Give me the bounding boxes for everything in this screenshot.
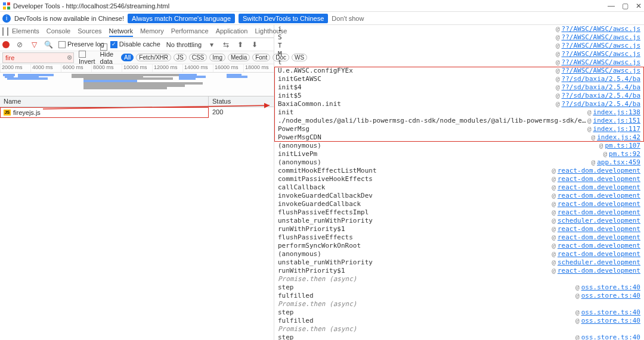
stack-location[interactable]: scheduler.development	[558, 258, 640, 267]
switch-language-button[interactable]: Switch DevTools to Chinese	[239, 14, 328, 23]
resource-row[interactable]: JSfireyejs.js200	[0, 107, 274, 118]
stack-frame[interactable]: S@??/AWSC/AWSC/awsc.js	[274, 33, 644, 42]
stack-location[interactable]: index.js:42	[597, 133, 640, 142]
stack-frame[interactable]: init$5@??/sd/baxia/2.5.4/ba	[274, 92, 644, 100]
stack-frame[interactable]: runWithPriority$1@react-dom.development	[274, 267, 644, 275]
stack-frame[interactable]: (anonymous)@app.tsx:459	[274, 158, 644, 167]
tab-console[interactable]: Console	[47, 26, 70, 37]
stack-frame[interactable]: U.e.AWSC.configFYEx@??/AWSC/AWSC/awsc.js	[274, 67, 644, 75]
stack-frame[interactable]: T@??/AWSC/AWSC/awsc.js	[274, 42, 644, 50]
stack-location[interactable]: react-dom.development	[558, 242, 640, 250]
inspect-icon[interactable]	[2, 27, 4, 36]
stack-frame[interactable]: BaxiaCommon.init@??/sd/baxia/2.5.4/ba	[274, 100, 644, 108]
filter-type-js[interactable]: JS	[174, 54, 187, 61]
stack-frame[interactable]: unstable_runWithPriority@scheduler.devel…	[274, 258, 644, 267]
filter-type-font[interactable]: Font	[252, 54, 270, 61]
filter-type-all[interactable]: All	[121, 54, 134, 61]
tab-elements[interactable]: Elements	[12, 26, 39, 37]
stack-frame[interactable]: Promise.then (async)	[274, 275, 644, 283]
stack-frame[interactable]: flushPassiveEffectsImpl@react-dom.develo…	[274, 208, 644, 217]
stack-location[interactable]: react-dom.development	[558, 250, 640, 258]
stack-frame[interactable]: M@??/AWSC/AWSC/awsc.js	[274, 50, 644, 58]
upload-icon[interactable]: ⬆	[236, 40, 244, 49]
stack-location[interactable]: index.js:138	[593, 108, 640, 117]
stack-location[interactable]: ??/AWSC/AWSC/awsc.js	[562, 67, 640, 75]
filter-type-img[interactable]: Img	[209, 54, 225, 61]
stack-frame[interactable]: fulfilled@oss.store.ts:40	[274, 317, 644, 325]
stack-location[interactable]: scheduler.development	[558, 217, 640, 225]
chevron-down-icon[interactable]: ▾	[208, 40, 216, 49]
stack-frame[interactable]: (anonymous)@react-dom.development	[274, 250, 644, 258]
tab-performance[interactable]: Performance	[171, 26, 209, 37]
stack-frame[interactable]: fulfilled@oss.store.ts:40	[274, 292, 644, 300]
clear-icon[interactable]: ⊘	[16, 40, 24, 49]
column-status-header[interactable]: Status	[209, 96, 274, 107]
stack-frame[interactable]: step@oss.store.ts:40	[274, 308, 644, 317]
stack-location[interactable]: oss.store.ts:40	[581, 308, 640, 317]
stack-frame[interactable]: Promise.then (async)	[274, 325, 644, 333]
stack-location[interactable]: oss.store.ts:40	[581, 333, 640, 340]
filter-type-fetch-xhr[interactable]: Fetch/XHR	[136, 54, 171, 61]
device-icon[interactable]	[7, 27, 8, 36]
stack-location[interactable]: ??/sd/baxia/2.5.4/ba	[562, 92, 640, 100]
stack-location[interactable]: index.js:117	[593, 125, 640, 133]
stack-location[interactable]: ??/sd/baxia/2.5.4/ba	[562, 83, 640, 92]
stack-location[interactable]: index.js:151	[593, 117, 640, 125]
stack-frame[interactable]: init$4@??/sd/baxia/2.5.4/ba	[274, 83, 644, 92]
stack-frame[interactable]: unstable_runWithPriority@scheduler.devel…	[274, 217, 644, 225]
stack-location[interactable]: react-dom.development	[558, 175, 640, 183]
stack-location[interactable]: react-dom.development	[558, 225, 640, 233]
stack-frame[interactable]: i@??/AWSC/AWSC/awsc.js	[274, 25, 644, 33]
match-language-button[interactable]: Always match Chrome's language	[128, 14, 235, 23]
close-icon[interactable]: ✕	[636, 2, 642, 10]
stack-location[interactable]: react-dom.development	[558, 192, 640, 200]
stack-frame[interactable]: t@??/AWSC/AWSC/awsc.js	[274, 58, 644, 67]
stack-location[interactable]: react-dom.development	[558, 200, 640, 208]
stack-frame[interactable]: runWithPriority$1@react-dom.development	[274, 225, 644, 233]
filter-icon[interactable]: ▽	[30, 40, 38, 49]
stack-frame[interactable]: commitPassiveHookEffects@react-dom.devel…	[274, 175, 644, 183]
disable-cache-checkbox[interactable]: Disable cache	[110, 40, 160, 48]
network-timeline[interactable]: 2000 ms4000 ms6000 ms8000 ms10000 ms1200…	[0, 64, 274, 96]
stack-frame[interactable]: invokeGuardedCallback@react-dom.developm…	[274, 200, 644, 208]
stack-frame[interactable]: init@index.js:138	[274, 108, 644, 117]
stack-location[interactable]: ??/AWSC/AWSC/awsc.js	[562, 42, 640, 50]
stack-frame[interactable]: step@oss.store.ts:40	[274, 333, 644, 340]
stack-location[interactable]: ??/AWSC/AWSC/awsc.js	[562, 50, 640, 58]
column-name-header[interactable]: Name	[0, 96, 209, 107]
stack-location[interactable]: react-dom.development	[558, 233, 640, 242]
stack-frame[interactable]: Promise.then (async)	[274, 300, 644, 308]
tab-sources[interactable]: Sources	[78, 26, 101, 37]
stack-frame[interactable]: step@oss.store.ts:40	[274, 283, 644, 292]
tab-memory[interactable]: Memory	[140, 26, 164, 37]
stack-frame[interactable]: (anonymous)@pm.ts:107	[274, 142, 644, 150]
throttling-select[interactable]: No throttling	[166, 41, 202, 48]
stack-location[interactable]: react-dom.development	[558, 167, 640, 175]
stack-frame[interactable]: initGetAWSC@??/sd/baxia/2.5.4/ba	[274, 75, 644, 83]
stack-location[interactable]: react-dom.development	[558, 267, 640, 275]
stack-frame[interactable]: PowerMsg@index.js:117	[274, 125, 644, 133]
stack-frame[interactable]: callCallback@react-dom.development	[274, 183, 644, 192]
stack-location[interactable]: ??/AWSC/AWSC/awsc.js	[562, 58, 640, 67]
stack-frame[interactable]: flushPassiveEffects@react-dom.developmen…	[274, 233, 644, 242]
stack-frame[interactable]: initLivePm@pm.ts:92	[274, 150, 644, 158]
stack-location[interactable]: ??/sd/baxia/2.5.4/ba	[562, 100, 640, 108]
tab-network[interactable]: Network	[109, 26, 133, 37]
stack-location[interactable]: oss.store.ts:40	[581, 317, 640, 325]
record-icon[interactable]	[2, 41, 10, 48]
stack-location[interactable]: oss.store.ts:40	[581, 292, 640, 300]
tab-application[interactable]: Application	[216, 26, 248, 37]
stack-location[interactable]: react-dom.development	[558, 183, 640, 192]
stack-frame[interactable]: ./node_modules/@ali/lib-powermsg-cdn-sdk…	[274, 117, 644, 125]
stack-location[interactable]: ??/AWSC/AWSC/awsc.js	[562, 25, 640, 33]
stack-location[interactable]: pm.ts:92	[609, 150, 640, 158]
stack-frame[interactable]: performSyncWorkOnRoot@react-dom.developm…	[274, 242, 644, 250]
maximize-icon[interactable]: ▢	[622, 2, 628, 10]
filter-input[interactable]	[2, 52, 74, 63]
filter-type-css[interactable]: CSS	[189, 54, 208, 61]
stack-location[interactable]: ??/sd/baxia/2.5.4/ba	[562, 75, 640, 83]
stack-location[interactable]: react-dom.development	[558, 208, 640, 217]
stack-location[interactable]: pm.ts:107	[605, 142, 640, 150]
invert-checkbox[interactable]: Invert	[79, 50, 95, 65]
preserve-log-checkbox[interactable]: Preserve log	[58, 40, 104, 48]
